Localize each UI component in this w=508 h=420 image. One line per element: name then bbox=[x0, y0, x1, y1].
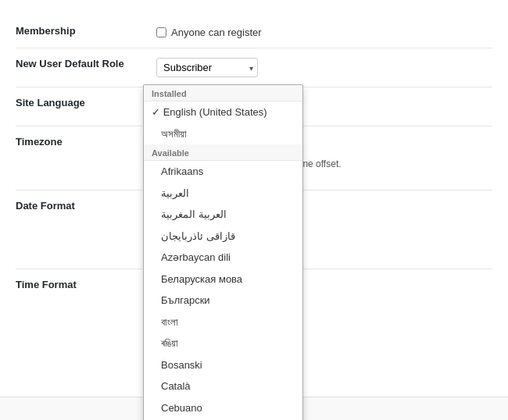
language-option-bengali[interactable]: বাংলা bbox=[144, 311, 302, 333]
language-option-catalan[interactable]: Català bbox=[144, 376, 302, 397]
language-option-bulgarian[interactable]: Български bbox=[144, 290, 302, 311]
settings-table: Membership Anyone can register New User … bbox=[16, 16, 492, 335]
role-select[interactable]: Subscriber Contributor Author Editor Adm… bbox=[156, 58, 258, 77]
role-select-wrapper: Subscriber Contributor Author Editor Adm… bbox=[156, 58, 258, 77]
language-option-arabic[interactable]: العربية bbox=[144, 183, 302, 205]
new-user-default-role-label: New User Default Role bbox=[16, 48, 156, 87]
date-format-label: Date Format bbox=[16, 190, 156, 269]
language-option-english-us[interactable]: English (United States) bbox=[144, 101, 302, 123]
membership-row: Membership Anyone can register bbox=[16, 16, 492, 48]
anyone-can-register-checkbox[interactable] bbox=[156, 27, 166, 37]
language-option-assamese[interactable]: অসমীয়া bbox=[144, 123, 302, 145]
language-option-cebuano[interactable]: Cebuano bbox=[144, 397, 302, 419]
language-option-azerbaijani[interactable]: Azərbaycan dili bbox=[144, 247, 302, 269]
language-option-rongian[interactable]: ৰঙিয়া bbox=[144, 333, 302, 354]
language-dropdown[interactable]: Installed English (United States) অসমীয়… bbox=[143, 84, 303, 420]
anyone-can-register-label[interactable]: Anyone can register bbox=[156, 27, 492, 38]
available-group-label: Available bbox=[144, 144, 302, 161]
timezone-label: Timezone bbox=[16, 126, 156, 190]
language-option-afrikaans[interactable]: Afrikaans bbox=[144, 161, 302, 183]
settings-page: Membership Anyone can register New User … bbox=[0, 0, 508, 420]
language-option-azerbaijani-kazakh[interactable]: قازاقى ئاذربايجان bbox=[144, 226, 302, 247]
time-format-label: Time Format bbox=[16, 269, 156, 336]
language-option-bosnian[interactable]: Bosanski bbox=[144, 354, 302, 376]
membership-label: Membership bbox=[16, 16, 156, 48]
anyone-can-register-text: Anyone can register bbox=[171, 27, 262, 38]
new-user-default-role-row: New User Default Role Subscriber Contrib… bbox=[16, 48, 492, 87]
language-option-belarusian[interactable]: Беларуская мова bbox=[144, 269, 302, 290]
site-language-label: Site Language bbox=[16, 87, 156, 126]
installed-group-label: Installed bbox=[144, 85, 302, 101]
language-option-arabic-moroccan[interactable]: العربية المغربية bbox=[144, 204, 302, 226]
